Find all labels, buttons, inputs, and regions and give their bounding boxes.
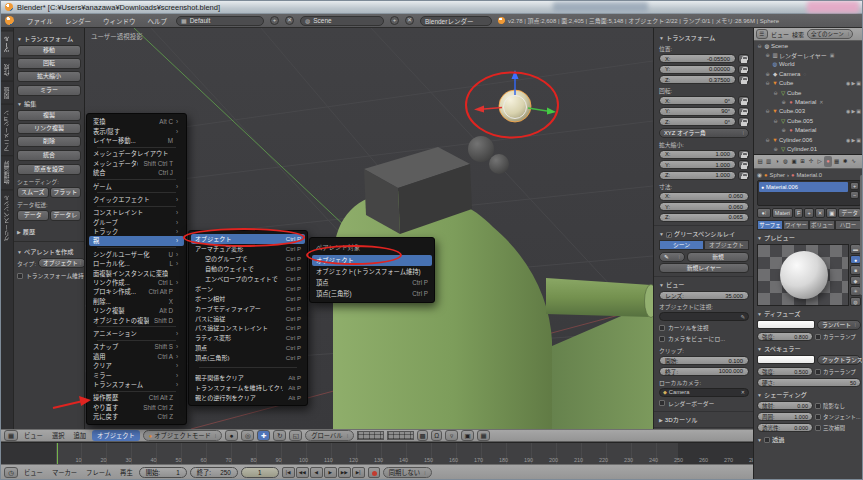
parent-submenu-item[interactable]: トランスフォームを維持してクリア Alt P bbox=[189, 382, 307, 392]
blender-menu-icon[interactable] bbox=[5, 16, 14, 25]
specular-ramp-checkbox[interactable] bbox=[815, 369, 821, 375]
object-menu-item[interactable]: 操作履歴 Ctrl Alt Z bbox=[87, 393, 186, 402]
gp-new-layer-button[interactable]: 新規レイヤー bbox=[659, 263, 749, 273]
ambient-slider[interactable]: 周囲:1.000 bbox=[757, 412, 813, 421]
menu-help[interactable]: ヘルプ bbox=[145, 16, 171, 26]
timeline-playback-menu[interactable]: 再生 bbox=[117, 468, 136, 477]
diffuse-shader-dropdown[interactable]: ランバート bbox=[817, 320, 861, 330]
add-slot-button[interactable]: + bbox=[850, 182, 859, 190]
expander-icon[interactable]: ⊕ bbox=[764, 52, 771, 58]
location-field[interactable]: Z:0.37500 bbox=[659, 75, 736, 84]
parent-submenu-item[interactable]: 親との逆行列をクリア Alt P bbox=[189, 392, 307, 402]
cubic-checkbox[interactable] bbox=[815, 425, 821, 431]
frame-start-field[interactable]: 開始:1 bbox=[139, 467, 187, 478]
new-material-button[interactable]: + bbox=[804, 208, 813, 218]
properties-tab-icon[interactable]: ● bbox=[824, 156, 832, 167]
clip-start-field[interactable]: 開始:0.100 bbox=[659, 356, 749, 365]
parent-submenu-item[interactable]: オブジェクト Ctrl P bbox=[191, 234, 305, 244]
object-menu-item[interactable]: やり直す Shift Ctrl Z bbox=[87, 403, 186, 412]
viewport-shading-dropdown[interactable]: ● bbox=[225, 430, 238, 441]
outliner-row[interactable]: ⊕ ◆ Camera ◌ bbox=[754, 69, 863, 78]
menu-file[interactable]: ファイル bbox=[24, 16, 56, 26]
diffuse-intensity-slider[interactable]: 強度:0.800 bbox=[757, 332, 813, 341]
add-menu[interactable]: 追加 bbox=[70, 431, 89, 440]
parent-submenu-item[interactable]: ボーン Ctrl P bbox=[189, 283, 307, 293]
parent-submenu-item[interactable]: 自動のウェイトで Ctrl P bbox=[189, 264, 307, 274]
transport-button[interactable]: |◀ bbox=[282, 467, 295, 478]
expander-icon[interactable]: ⊖ bbox=[764, 80, 771, 86]
browse-material-dropdown[interactable]: ●⁞ bbox=[757, 208, 771, 218]
add-layout-button[interactable]: + bbox=[270, 16, 279, 25]
pin-icon[interactable]: ◉ bbox=[757, 172, 762, 178]
layer-buttons-group-1[interactable] bbox=[357, 431, 384, 440]
parent-submenu-item[interactable]: パスに追従 Ctrl P bbox=[189, 313, 307, 323]
transport-button[interactable]: ▶▶ bbox=[338, 467, 351, 478]
material-slot-selected[interactable]: ● Material.006 bbox=[759, 182, 848, 192]
mode-dropdown[interactable]: ● オブジェクトモード bbox=[143, 430, 222, 441]
parent-submenu-item[interactable]: 頂点 Ctrl P bbox=[189, 343, 307, 353]
material-type-tab[interactable]: ボリュー bbox=[809, 220, 835, 230]
transport-button[interactable]: ◀ bbox=[310, 467, 323, 478]
toolshelf-tab[interactable]: 物理演算 bbox=[1, 155, 13, 189]
fake-user-button[interactable]: F bbox=[794, 208, 803, 218]
object-menu-item[interactable]: スナップ Shift S › bbox=[87, 342, 186, 351]
rotation-field[interactable]: Y:90° bbox=[659, 107, 736, 116]
object-menu-item[interactable]: リンク複製 Alt D bbox=[87, 306, 186, 315]
remove-slot-button[interactable]: − bbox=[850, 191, 859, 199]
parent-submenu-item[interactable]: エンベロープのウェイトで Ctrl P bbox=[189, 274, 307, 284]
gp-tab-object[interactable]: オブジェクト bbox=[704, 240, 749, 250]
opengl-render-button[interactable]: ▣ bbox=[461, 430, 474, 441]
outliner-filter-dropdown[interactable]: 全てのシーン bbox=[807, 29, 853, 39]
gp-tab-scene[interactable]: シーン bbox=[659, 240, 704, 250]
object-menu-item[interactable]: プロキシ作成... Ctrl Alt P bbox=[87, 287, 186, 296]
pivot-point-dropdown[interactable]: ◎ bbox=[241, 430, 254, 441]
frame-end-field[interactable]: 終了:250 bbox=[190, 467, 238, 478]
lock-icon[interactable] bbox=[738, 96, 749, 105]
panel-header-edit[interactable]: ▼編集 bbox=[17, 99, 81, 108]
outliner-row[interactable]: ⊕ ▥ レンダーレイヤー ▣ bbox=[754, 50, 863, 59]
object-menu-item[interactable]: メッシュデータレイアウトを転送 bbox=[87, 149, 186, 158]
object-menu-item[interactable]: グループ › bbox=[87, 218, 186, 227]
local-camera-field[interactable]: ◆ Camera ✕ bbox=[659, 388, 749, 397]
object-menu-item[interactable]: オブジェクトの複製 Shift D bbox=[87, 315, 186, 324]
expander-icon[interactable]: ⊕ bbox=[764, 71, 771, 77]
panel-header-diffuse[interactable]: ▼ディフューズ bbox=[757, 309, 861, 318]
keep-transform-checkbox[interactable] bbox=[17, 273, 23, 279]
lock-icon[interactable] bbox=[738, 65, 749, 74]
panel-header-transform[interactable]: ▼トランスフォーム bbox=[17, 34, 81, 43]
panel-header-shading[interactable]: ▼シェーディング bbox=[757, 390, 861, 399]
object-menu-item[interactable]: 変換 Alt C › bbox=[87, 117, 186, 126]
object-menu-item[interactable]: クリア › bbox=[87, 361, 186, 370]
object-menu-item[interactable]: ローカル化... L › bbox=[87, 259, 186, 268]
panel-header-history[interactable]: ▶履歴 bbox=[17, 227, 81, 236]
dimension-field[interactable]: Z:0.065 bbox=[659, 213, 749, 222]
shadeless-checkbox[interactable] bbox=[815, 403, 821, 409]
set-parent-option[interactable]: オブジェクト bbox=[312, 255, 432, 266]
lock-icon[interactable] bbox=[738, 160, 749, 169]
expander-icon[interactable]: ⊖ bbox=[764, 137, 771, 143]
lens-field[interactable]: レンズ:35.000 bbox=[659, 291, 749, 300]
visibility-icons[interactable]: ◉▶▣ bbox=[846, 137, 862, 143]
timeline-editor-type-button[interactable]: ◷ bbox=[4, 467, 18, 478]
dimension-field[interactable]: Y:0.060 bbox=[659, 202, 749, 211]
outliner-row[interactable]: ⊖ ▼ Cylinder.006 ◉▶▣ bbox=[754, 135, 863, 144]
scale-field[interactable]: X:1.000 bbox=[659, 150, 736, 159]
object-menu-item[interactable]: アニメーション › bbox=[87, 329, 186, 338]
object-menu-item[interactable]: クイックエフェクト › bbox=[87, 195, 186, 204]
outliner-row[interactable]: ⊖ ▽ Cube.005 bbox=[754, 116, 863, 125]
lock-icon[interactable] bbox=[738, 171, 749, 180]
rotation-mode-dropdown[interactable]: XYZ オイラー角 bbox=[659, 128, 749, 138]
location-field[interactable]: X:-0.05500 bbox=[659, 54, 736, 63]
scale-field[interactable]: Z:1.000 bbox=[659, 171, 736, 180]
shading-button[interactable]: スムーズ bbox=[17, 187, 49, 198]
properties-tab-icon[interactable]: ✢ bbox=[807, 156, 815, 167]
properties-tab-icon[interactable]: ▥ bbox=[765, 156, 773, 167]
transform-button[interactable]: 回転 bbox=[17, 58, 81, 69]
toolshelf-tab[interactable]: 作成 bbox=[1, 58, 13, 81]
close-scene-button[interactable]: ✕ bbox=[405, 16, 414, 25]
clear-icon[interactable]: ✕ bbox=[741, 389, 745, 395]
lock-icon[interactable] bbox=[738, 107, 749, 116]
parent-submenu-item[interactable]: ラティス変形 Ctrl P bbox=[189, 333, 307, 343]
expander-icon[interactable]: ⊖ bbox=[772, 90, 779, 96]
set-parent-option[interactable]: 頂点 Ctrl P bbox=[310, 277, 434, 288]
